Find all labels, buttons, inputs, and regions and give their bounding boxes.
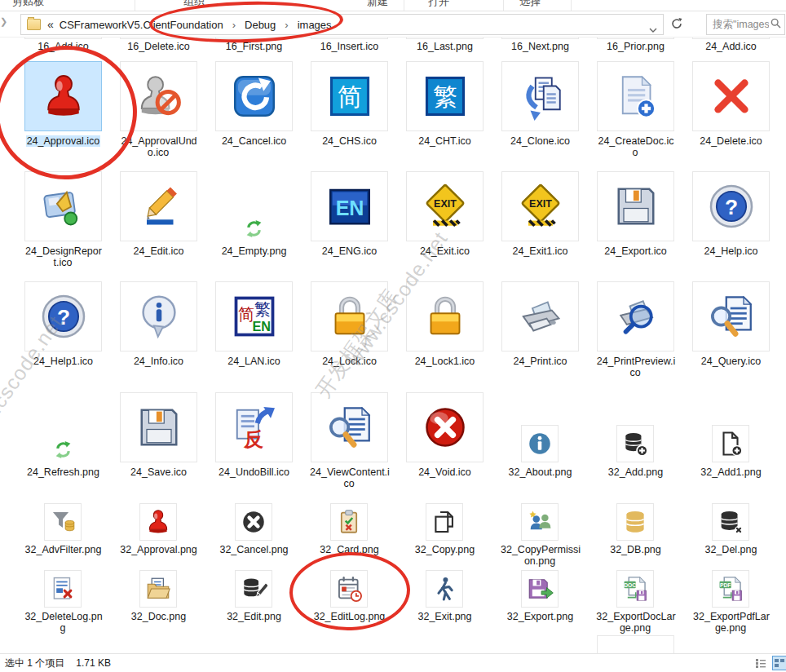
- file-label[interactable]: 32_EditLog.png: [313, 611, 386, 622]
- file-label[interactable]: 24_Delete.ico: [699, 135, 762, 147]
- file-label[interactable]: 32_CopyPermission.png: [500, 544, 581, 567]
- file-label[interactable]: 24_PrintPreview.ico: [596, 356, 676, 378]
- breadcrumb-segment-images[interactable]: images: [296, 19, 333, 31]
- file-item[interactable]: 简繁EN: [215, 281, 293, 351]
- file-label[interactable]: 24_Empty.png: [221, 245, 288, 257]
- file-item[interactable]: [426, 570, 463, 608]
- file-item[interactable]: [597, 635, 674, 654]
- file-item[interactable]: [311, 38, 388, 39]
- file-item[interactable]: [406, 38, 484, 39]
- file-label[interactable]: 16_First.png: [225, 41, 283, 52]
- file-item[interactable]: [120, 281, 197, 351]
- file-item[interactable]: [521, 425, 559, 462]
- file-label[interactable]: 24_Save.ico: [130, 466, 188, 478]
- file-label[interactable]: 32_ExportDocLarge.png: [595, 611, 675, 634]
- file-item[interactable]: [501, 61, 579, 131]
- file-label[interactable]: 32_DeleteLog.png: [24, 611, 102, 634]
- file-item[interactable]: [235, 570, 272, 608]
- file-label[interactable]: 24_CHS.ico: [321, 135, 378, 147]
- ribbon-group-label[interactable]: 选择: [519, 0, 541, 9]
- file-item[interactable]: [139, 570, 177, 608]
- file-item[interactable]: [521, 503, 559, 541]
- search-box[interactable]: [706, 14, 785, 35]
- file-item[interactable]: [692, 61, 770, 131]
- file-item[interactable]: EXIT: [501, 171, 579, 241]
- file-label[interactable]: 32_DB.png: [609, 544, 662, 555]
- file-label[interactable]: 24_Cancel.ico: [221, 135, 287, 147]
- file-item[interactable]: [24, 38, 102, 39]
- address-dropdown-chevron-icon[interactable]: [649, 22, 657, 37]
- file-label[interactable]: 16_Delete.ico: [126, 41, 190, 52]
- breadcrumb-segment-debug[interactable]: Debug: [243, 19, 277, 31]
- file-label[interactable]: 24_Lock.ico: [321, 356, 378, 367]
- file-label[interactable]: 32_ExportPdfLarge.png: [692, 611, 770, 634]
- file-item[interactable]: [692, 38, 770, 39]
- file-item[interactable]: [616, 503, 654, 541]
- file-item[interactable]: [501, 38, 579, 39]
- file-item[interactable]: [597, 171, 674, 241]
- file-label[interactable]: 16_Add.ico: [37, 41, 90, 52]
- file-label[interactable]: 32_Cancel.png: [219, 544, 289, 555]
- file-item[interactable]: [24, 171, 102, 241]
- file-label[interactable]: 24_Add.ico: [704, 41, 757, 52]
- thumbnail-view-icon[interactable]: [772, 656, 786, 670]
- file-item[interactable]: [215, 38, 293, 39]
- search-input[interactable]: [707, 18, 771, 31]
- ribbon-group-label[interactable]: 组织: [183, 0, 205, 9]
- file-item[interactable]: [24, 61, 102, 131]
- file-label[interactable]: 32_Add.png: [607, 466, 664, 478]
- file-item[interactable]: [120, 171, 197, 241]
- refresh-green-icon[interactable]: [53, 440, 73, 460]
- file-item[interactable]: [521, 570, 559, 608]
- file-item[interactable]: [235, 503, 272, 541]
- file-label[interactable]: 32_AdvFilter.png: [24, 544, 103, 555]
- search-icon[interactable]: [771, 17, 781, 32]
- file-label[interactable]: 32_Export.png: [506, 611, 574, 622]
- file-item[interactable]: [692, 281, 770, 351]
- file-label[interactable]: 32_Exit.png: [417, 611, 472, 622]
- file-item[interactable]: [406, 392, 484, 462]
- file-item[interactable]: 反: [215, 392, 293, 462]
- file-label[interactable]: 24_Exit.ico: [419, 245, 470, 257]
- refresh-green-icon[interactable]: [244, 219, 264, 239]
- breadcrumb-segment-root[interactable]: CSFrameworkV5.ClientFoundation: [58, 19, 225, 31]
- file-label[interactable]: 24_Info.ico: [133, 356, 184, 367]
- file-item[interactable]: [330, 570, 368, 608]
- file-label[interactable]: 16_Next.png: [510, 41, 570, 52]
- file-label[interactable]: 24_CHT.ico: [417, 135, 472, 147]
- file-item[interactable]: ?: [692, 171, 770, 241]
- file-label[interactable]: 32_Add1.png: [700, 466, 762, 478]
- file-label[interactable]: 24_Help1.ico: [33, 356, 94, 367]
- file-item[interactable]: [501, 281, 579, 351]
- file-label[interactable]: 24_Export.ico: [603, 245, 667, 257]
- file-label[interactable]: 24_Exit1.ico: [511, 245, 568, 257]
- ribbon-group-label[interactable]: 剪贴板: [12, 0, 44, 9]
- file-label[interactable]: 24_Help.ico: [703, 245, 758, 257]
- file-label[interactable]: 32_Edit.png: [226, 611, 282, 622]
- file-label[interactable]: 24_Clone.ico: [510, 135, 571, 147]
- file-item[interactable]: [120, 392, 197, 462]
- file-label[interactable]: 24_ApprovalUndo.ico: [120, 135, 196, 158]
- details-view-icon[interactable]: [755, 658, 766, 669]
- file-item[interactable]: [44, 570, 82, 608]
- refresh-icon[interactable]: [670, 17, 685, 32]
- file-label[interactable]: 24_Approval.ico: [26, 135, 101, 147]
- file-item[interactable]: [597, 61, 674, 131]
- file-label[interactable]: 24_Lock1.ico: [414, 356, 476, 367]
- file-label[interactable]: 24_CreateDoc.ico: [597, 135, 673, 158]
- file-label[interactable]: 16_Insert.ico: [320, 41, 380, 52]
- file-label[interactable]: 24_Void.ico: [417, 466, 472, 478]
- file-label[interactable]: 24_LAN.ico: [227, 356, 281, 367]
- file-item[interactable]: 繁: [406, 61, 484, 131]
- file-item[interactable]: [597, 38, 674, 39]
- file-label[interactable]: 16_Last.png: [416, 41, 474, 52]
- file-item[interactable]: [120, 61, 197, 131]
- file-item[interactable]: [44, 503, 82, 541]
- file-label[interactable]: 24_DesignReport.ico: [24, 245, 102, 268]
- file-item[interactable]: [597, 281, 674, 351]
- file-item[interactable]: EN: [311, 171, 388, 241]
- file-item[interactable]: [120, 38, 197, 39]
- file-item[interactable]: DOC: [616, 570, 654, 608]
- file-item[interactable]: 简: [311, 61, 388, 131]
- file-item[interactable]: [139, 503, 177, 541]
